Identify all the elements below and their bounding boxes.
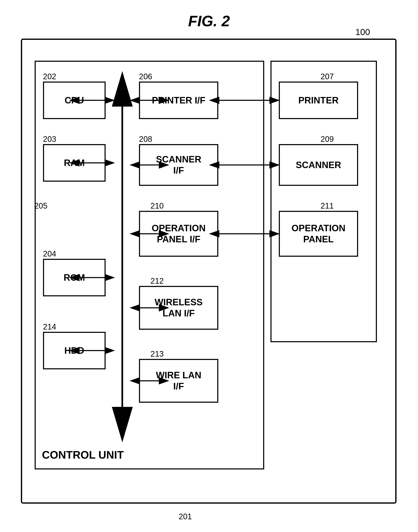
ref-212: 212 xyxy=(151,277,164,285)
ref-207: 207 xyxy=(321,72,334,81)
ref-211: 211 xyxy=(321,202,334,210)
scanner-box: SCANNER xyxy=(279,144,358,186)
ref-210: 210 xyxy=(151,202,164,210)
ref-214: 214 xyxy=(43,322,56,331)
printer-box: PRINTER xyxy=(279,81,358,119)
cpu-box: CPU xyxy=(43,81,105,119)
ref-100: 100 xyxy=(355,27,370,37)
page-title: FIG. 2 xyxy=(188,12,230,30)
op-panel-box: OPERATION PANEL xyxy=(279,211,358,257)
ref-201: 201 xyxy=(179,512,192,521)
wire-lan-if-box: WIRE LAN I/F xyxy=(139,359,218,403)
ref-206: 206 xyxy=(139,72,152,81)
ref-203: 203 xyxy=(43,135,56,144)
scanner-if-box: SCANNER I/F xyxy=(139,144,218,186)
ref-202: 202 xyxy=(43,72,56,81)
ref-204: 204 xyxy=(43,249,56,258)
rom-box: ROM xyxy=(43,259,105,296)
printer-if-box: PRINTER I/F xyxy=(139,81,218,119)
outer-box: CONTROL UNIT CPU 202 RAM 203 ROM 204 HDD… xyxy=(21,39,396,504)
wireless-lan-if-box: WIRELESS LAN I/F xyxy=(139,286,218,330)
ref-205: 205 xyxy=(34,202,47,210)
ref-209: 209 xyxy=(321,135,334,144)
ref-208: 208 xyxy=(139,135,152,144)
ref-213: 213 xyxy=(151,350,164,359)
hdd-box: HDD xyxy=(43,332,105,369)
control-unit-label: CONTROL UNIT xyxy=(42,449,124,461)
op-panel-if-box: OPERATION PANEL I/F xyxy=(139,211,218,257)
ram-box: RAM xyxy=(43,144,105,182)
